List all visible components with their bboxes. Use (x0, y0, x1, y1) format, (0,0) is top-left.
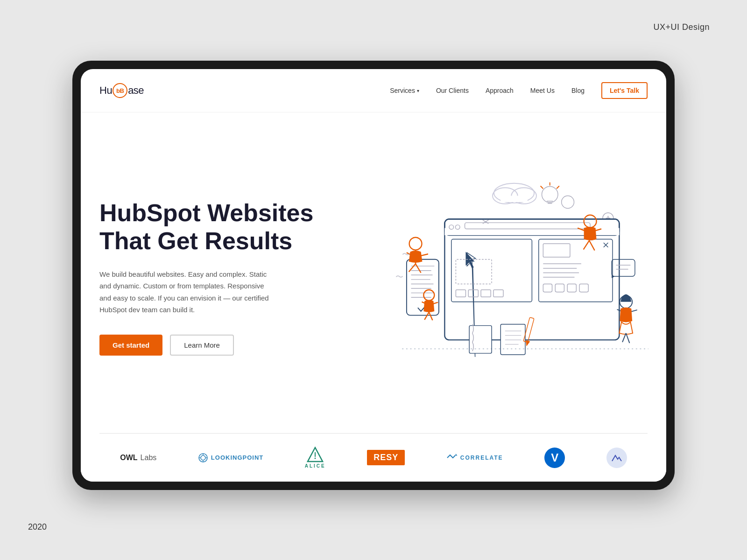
resy-text: RESY (374, 453, 398, 462)
svg-line-99 (456, 454, 457, 455)
hero-title-line1: HubSpot Websites (99, 199, 313, 226)
client-correlate: CORRELATE (446, 453, 503, 462)
svg-point-61 (409, 238, 422, 250)
client-owl-labs: OWL Labs (120, 454, 156, 462)
nav-services[interactable]: Services ▾ (390, 87, 419, 94)
mtn-icon (611, 454, 622, 462)
svg-line-9 (541, 186, 543, 189)
svg-point-4 (542, 186, 558, 203)
hero-description: We build beautiful websites. Easy and co… (99, 268, 277, 316)
tablet-screen: Hu bB ase Services ▾ Our Clients Approac… (81, 69, 666, 482)
hero-title-line2: That Get Results (99, 227, 292, 254)
hero-section: HubSpot Websites That Get Results We bui… (81, 112, 666, 433)
svg-point-91 (201, 455, 205, 460)
svg-point-98 (315, 458, 316, 459)
clients-bar: OWL Labs LOOKINGPOINT (81, 434, 666, 482)
correlate-icon (446, 453, 458, 462)
nav-cta-button[interactable]: Let's Talk (601, 82, 648, 99)
owl-logo-labs: Labs (141, 454, 157, 462)
svg-point-10 (562, 196, 574, 209)
v-logo-text: V (551, 451, 558, 464)
lookingpoint-text: LOOKINGPOINT (211, 454, 263, 461)
alice-text: ALICE (305, 463, 326, 469)
nav-our-clients[interactable]: Our Clients (436, 87, 469, 94)
services-label: Services (390, 87, 415, 94)
correlate-text: CORRELATE (460, 455, 503, 461)
get-started-button[interactable]: Get started (99, 335, 162, 356)
client-mtn (606, 448, 627, 468)
client-v: V (544, 448, 565, 468)
svg-line-8 (557, 186, 559, 189)
hero-buttons: Get started Learn More (99, 335, 343, 356)
year-label: 2020 (28, 522, 47, 532)
lookingpoint-icon (198, 453, 208, 463)
nav-links: Services ▾ Our Clients Approach Meet Us … (390, 82, 648, 99)
alice-icon (307, 447, 324, 463)
navbar: Hu bB ase Services ▾ Our Clients Approac… (81, 69, 666, 112)
page-label: UX+UI Design (653, 22, 710, 32)
tablet-frame: Hu bB ase Services ▾ Our Clients Approac… (72, 61, 675, 490)
client-resy: RESY (367, 450, 405, 465)
svg-text:〜: 〜 (402, 250, 410, 259)
illustration-svg: 〜 〜 (362, 112, 666, 433)
svg-rect-44 (407, 259, 439, 315)
logo-suffix: ase (128, 84, 144, 97)
hero-content: HubSpot Websites That Get Results We bui… (81, 112, 362, 433)
learn-more-button[interactable]: Learn More (170, 335, 234, 356)
hero-illustration: 〜 〜 (362, 112, 666, 433)
logo-prefix: Hu (99, 84, 112, 97)
owl-logo-text: OWL (120, 454, 137, 462)
nav-blog[interactable]: Blog (571, 87, 585, 94)
logo-icon: bB (113, 83, 127, 98)
chevron-down-icon: ▾ (417, 88, 419, 93)
svg-text:〜: 〜 (395, 272, 403, 281)
hero-title: HubSpot Websites That Get Results (99, 199, 343, 255)
logo[interactable]: Hu bB ase (99, 83, 144, 98)
client-lookingpoint: LOOKINGPOINT (198, 453, 263, 463)
client-alice: ALICE (305, 447, 326, 469)
svg-rect-60 (469, 326, 492, 353)
nav-approach[interactable]: Approach (486, 87, 514, 94)
svg-rect-3 (500, 196, 528, 202)
svg-rect-53 (500, 324, 525, 355)
nav-meet-us[interactable]: Meet Us (530, 87, 555, 94)
